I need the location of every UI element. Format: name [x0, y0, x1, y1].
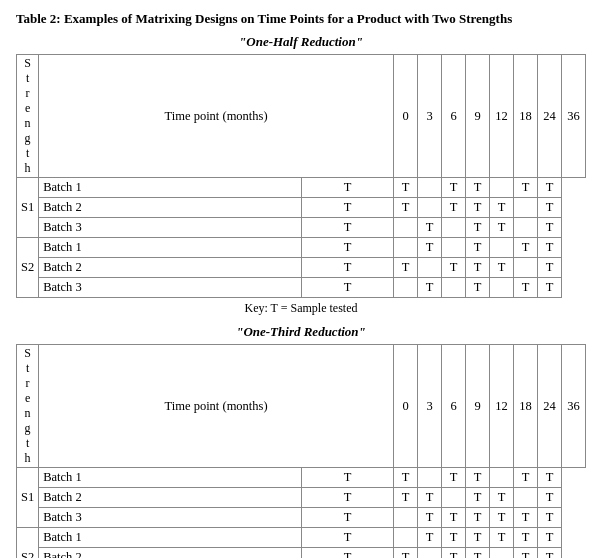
table-row: Batch 2TTTTTT	[17, 488, 586, 508]
data-cell: T	[466, 528, 490, 548]
data-cell: T	[466, 178, 490, 198]
data-cell: T	[302, 258, 394, 278]
data-cell	[394, 508, 418, 528]
data-cell: T	[394, 258, 418, 278]
table-caption: Table 2: Examples of Matrixing Designs o…	[16, 10, 586, 28]
strength-letter-col: Strength	[17, 55, 39, 178]
data-cell: T	[514, 468, 538, 488]
data-cell: T	[418, 488, 442, 508]
data-cell: T	[418, 528, 442, 548]
data-cell: T	[538, 238, 562, 258]
data-cell: T	[466, 468, 490, 488]
batch-label: Batch 3	[39, 508, 302, 528]
data-cell: T	[490, 258, 514, 278]
data-cell: T	[538, 548, 562, 558]
data-table-one-third: StrengthTime point (months)036912182436S…	[16, 344, 586, 558]
data-cell: T	[418, 218, 442, 238]
data-cell: T	[442, 468, 466, 488]
data-cell	[490, 278, 514, 298]
table-row: Batch 2TTTTTT	[17, 198, 586, 218]
data-cell: T	[466, 278, 490, 298]
data-cell	[514, 258, 538, 278]
data-cell: T	[442, 258, 466, 278]
table-row: Batch 2TTTTTT	[17, 548, 586, 558]
data-cell: T	[302, 178, 394, 198]
data-cell: T	[538, 198, 562, 218]
data-cell: T	[302, 528, 394, 548]
data-cell: T	[538, 258, 562, 278]
time-point-24: 24	[538, 345, 562, 468]
data-cell	[514, 198, 538, 218]
data-cell	[418, 258, 442, 278]
data-cell: T	[442, 508, 466, 528]
data-cell: T	[538, 528, 562, 548]
time-point-0: 0	[394, 345, 418, 468]
table-row: S1Batch 1TTTTTT	[17, 178, 586, 198]
table-row: Batch 3TTTTT	[17, 218, 586, 238]
data-cell: T	[442, 548, 466, 558]
time-point-36: 36	[562, 345, 586, 468]
data-cell	[394, 278, 418, 298]
data-cell: T	[302, 198, 394, 218]
data-cell: T	[302, 238, 394, 258]
data-cell: T	[514, 178, 538, 198]
time-point-0: 0	[394, 55, 418, 178]
group-label-S2: S2	[17, 528, 39, 558]
data-cell: T	[418, 278, 442, 298]
data-cell	[394, 218, 418, 238]
time-point-label: Time point (months)	[39, 345, 394, 468]
time-point-6: 6	[442, 55, 466, 178]
data-cell: T	[466, 218, 490, 238]
table-row: Batch 2TTTTTT	[17, 258, 586, 278]
data-cell: T	[466, 198, 490, 218]
data-cell: T	[490, 198, 514, 218]
time-point-24: 24	[538, 55, 562, 178]
batch-label: Batch 1	[39, 468, 302, 488]
table-row: Batch 3TTTTT	[17, 278, 586, 298]
time-point-36: 36	[562, 55, 586, 178]
data-cell	[394, 238, 418, 258]
batch-label: Batch 3	[39, 278, 302, 298]
caption-text: Examples of Matrixing Designs on Time Po…	[64, 11, 512, 26]
time-point-3: 3	[418, 345, 442, 468]
time-point-6: 6	[442, 345, 466, 468]
key-text-one-half: Key: T = Sample tested	[16, 301, 586, 316]
data-cell: T	[418, 508, 442, 528]
data-cell: T	[538, 488, 562, 508]
data-cell: T	[490, 488, 514, 508]
data-cell: T	[442, 198, 466, 218]
data-cell	[490, 548, 514, 558]
time-point-18: 18	[514, 345, 538, 468]
data-cell: T	[302, 278, 394, 298]
data-cell: T	[538, 468, 562, 488]
data-cell: T	[302, 468, 394, 488]
data-cell	[442, 488, 466, 508]
batch-label: Batch 2	[39, 258, 302, 278]
data-cell: T	[394, 548, 418, 558]
data-cell	[418, 468, 442, 488]
section-title-one-half: "One-Half Reduction"	[16, 34, 586, 50]
strength-letter-col: Strength	[17, 345, 39, 468]
data-table-one-half: StrengthTime point (months)036912182436S…	[16, 54, 586, 298]
data-cell	[490, 238, 514, 258]
data-cell: T	[394, 468, 418, 488]
data-cell: T	[514, 238, 538, 258]
data-cell: T	[490, 508, 514, 528]
time-point-18: 18	[514, 55, 538, 178]
time-point-12: 12	[490, 345, 514, 468]
data-cell: T	[490, 528, 514, 548]
time-point-12: 12	[490, 55, 514, 178]
data-cell: T	[302, 218, 394, 238]
data-cell: T	[514, 278, 538, 298]
data-cell: T	[538, 218, 562, 238]
time-point-9: 9	[466, 55, 490, 178]
data-cell: T	[514, 508, 538, 528]
data-cell: T	[466, 548, 490, 558]
data-cell	[418, 548, 442, 558]
table-row: Batch 3TTTTTTT	[17, 508, 586, 528]
data-cell: T	[418, 238, 442, 258]
data-cell	[514, 488, 538, 508]
data-cell: T	[466, 488, 490, 508]
data-cell	[442, 218, 466, 238]
data-cell	[442, 238, 466, 258]
